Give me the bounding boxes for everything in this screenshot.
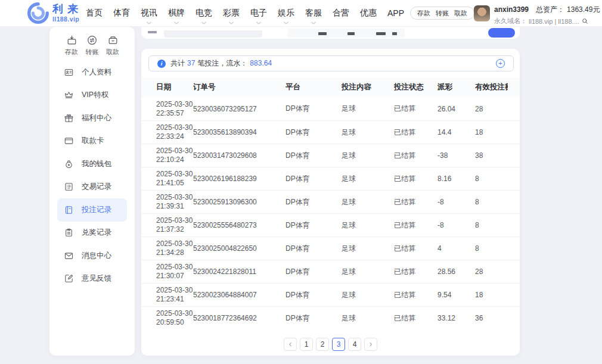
pagination-page-button[interactable]: 3: [332, 338, 345, 351]
nav-item[interactable]: 娱乐: [278, 0, 294, 26]
nav-item[interactable]: 电子: [250, 0, 267, 26]
pagination: ‹ 1234 ›: [141, 338, 520, 351]
cell-bet-content: 足球: [342, 174, 394, 184]
filter-tabs-clipped[interactable]: [288, 29, 405, 38]
nav-item[interactable]: 客服: [305, 0, 322, 26]
nav-item[interactable]: 优惠: [360, 0, 377, 26]
pagination-page-button[interactable]: 4: [348, 338, 361, 351]
cell-order-number: 5230035613890394: [193, 128, 286, 136]
bank-card-icon: [64, 136, 74, 146]
filter-search-button-clipped[interactable]: [488, 28, 515, 38]
cell-valid-bet: 38: [475, 151, 508, 160]
wallet-icon: [64, 159, 74, 169]
quick-action-withdraw[interactable]: 取款: [103, 35, 123, 57]
column-header: 平台: [286, 82, 342, 92]
nav-item[interactable]: 视讯: [141, 0, 157, 26]
column-header: 有效投注额: [475, 82, 508, 92]
cell-valid-bet: 28: [475, 267, 508, 276]
info-icon: i: [157, 60, 166, 68]
cell-platform: DP体育: [286, 267, 342, 277]
nav-item[interactable]: 合营: [333, 0, 349, 26]
cell-valid-bet: 18: [475, 128, 508, 136]
sidebar-quick-actions: 存款 转账 取款: [49, 27, 135, 57]
cell-payout: 28.56: [437, 267, 475, 276]
avatar[interactable]: [474, 5, 490, 21]
cell-platform: DP体育: [286, 174, 342, 184]
filter-tab-text-fragment: [347, 32, 355, 35]
nav-item[interactable]: 体育: [113, 0, 130, 26]
bet-records-table: 日期订单号平台投注内容投注状态派彩有效投注额 2025-03-30 22:35:…: [141, 77, 520, 329]
pill-transfer-button[interactable]: 转账: [436, 9, 449, 18]
nav-item[interactable]: APP: [387, 0, 404, 26]
sidebar-item-transactions[interactable]: 交易记录: [57, 176, 127, 199]
turnover-amount: 883.64: [250, 59, 272, 67]
table-body: 2025-03-30 22:35:57 5230036073295127 DP体…: [141, 97, 520, 329]
sidebar-item-profile[interactable]: 个人资料: [57, 61, 127, 84]
cell-valid-bet: 36: [475, 314, 508, 322]
chevron-down-icon: [284, 21, 289, 25]
column-header: 投注状态: [394, 82, 437, 92]
cell-order-number: 5230024221828011: [193, 267, 286, 276]
nav-item[interactable]: 彩票: [223, 0, 240, 26]
sidebar-item-bet-records[interactable]: 投注记录: [57, 198, 127, 222]
table-row: 2025-03-30 21:41:05 5230026196188239 DP体…: [141, 167, 520, 190]
sidebar-item-withdraw-card[interactable]: 取款卡: [57, 130, 127, 153]
site-logo[interactable]: 利来 ll188.vip: [27, 2, 82, 24]
table-row: 2025-03-30 21:39:31 5230025913096300 DP体…: [141, 190, 520, 213]
sidebar-item-vip[interactable]: VIP特权: [57, 84, 127, 107]
pagination-next-button[interactable]: ›: [364, 338, 377, 351]
cell-bet-status: 已结算: [394, 244, 437, 254]
cell-bet-content: 足球: [342, 313, 394, 323]
cell-bet-status: 已结算: [394, 151, 437, 161]
filter-input-clipped[interactable]: [164, 30, 262, 38]
sidebar-item-messages[interactable]: 消息中心: [57, 244, 127, 267]
cell-platform: DP体育: [286, 290, 342, 300]
sidebar-item-welfare[interactable]: 福利中心: [57, 107, 127, 130]
pagination-page-button[interactable]: 2: [316, 338, 329, 351]
table-header-row: 日期订单号平台投注内容投注状态派彩有效投注额: [141, 77, 520, 97]
expand-plus-icon[interactable]: +: [496, 59, 505, 68]
quick-action-transfer[interactable]: 转账: [82, 35, 103, 57]
sidebar-item-redeem-records[interactable]: 兑奖记录: [57, 222, 127, 245]
summary-bar: i 共计 37 笔投注，流水： 883.64 +: [148, 55, 514, 71]
cell-platform: DP体育: [286, 151, 342, 161]
search-icon[interactable]: [581, 17, 589, 25]
transaction-list-icon: [64, 182, 74, 192]
filter-toolbar-clipped: [141, 27, 520, 39]
pagination-prev-button[interactable]: ‹: [284, 338, 297, 351]
gift-icon: [64, 113, 74, 123]
cell-bet-content: 足球: [342, 127, 394, 138]
chevron-down-icon: [229, 21, 234, 25]
sidebar-item-wallet[interactable]: 我的钱包: [57, 153, 127, 176]
table-row: 2025-03-30 22:35:57 5230036073295127 DP体…: [141, 97, 520, 120]
filter-tab-text-fragment: [318, 32, 327, 35]
quick-action-deposit[interactable]: 存款: [61, 35, 82, 57]
cell-valid-bet: 8: [475, 175, 508, 183]
username[interactable]: anxin3399: [494, 5, 529, 14]
assets-value: 1363.49元: [567, 5, 600, 15]
pill-withdraw-button[interactable]: 取款: [454, 9, 467, 18]
sidebar-item-feedback[interactable]: 意见反馈: [57, 267, 127, 291]
cell-bet-status: 已结算: [394, 197, 437, 207]
vip-crown-icon: [64, 90, 74, 100]
nav-item[interactable]: 电竞: [196, 0, 212, 26]
cell-order-number: 5230036073295127: [193, 105, 286, 113]
chevron-down-icon: [201, 21, 207, 25]
cell-platform: DP体育: [286, 313, 342, 323]
chevron-down-icon: [174, 21, 179, 25]
sidebar: 存款 转账 取款 个人资料 VIP特权 福利中心: [49, 27, 135, 356]
pagination-page-button[interactable]: 1: [300, 338, 313, 351]
cell-date: 2025-03-30 21:30:07: [156, 263, 193, 281]
summary-text: 共计 37 笔投注，流水： 883.64: [170, 58, 272, 69]
column-header: 派彩: [437, 82, 475, 92]
nav-item[interactable]: 棋牌: [168, 0, 185, 26]
pill-deposit-button[interactable]: 存款: [417, 9, 430, 18]
cell-bet-status: 已结算: [394, 220, 437, 231]
cell-bet-content: 足球: [342, 220, 394, 231]
cell-valid-bet: 18: [475, 291, 508, 299]
cell-order-number: 5230018772364692: [193, 314, 286, 322]
profile-icon: [64, 67, 74, 77]
nav-item[interactable]: 首页: [86, 0, 103, 26]
filter-tab-text-fragment: [376, 32, 386, 35]
redeem-clipboard-icon: [64, 228, 74, 238]
